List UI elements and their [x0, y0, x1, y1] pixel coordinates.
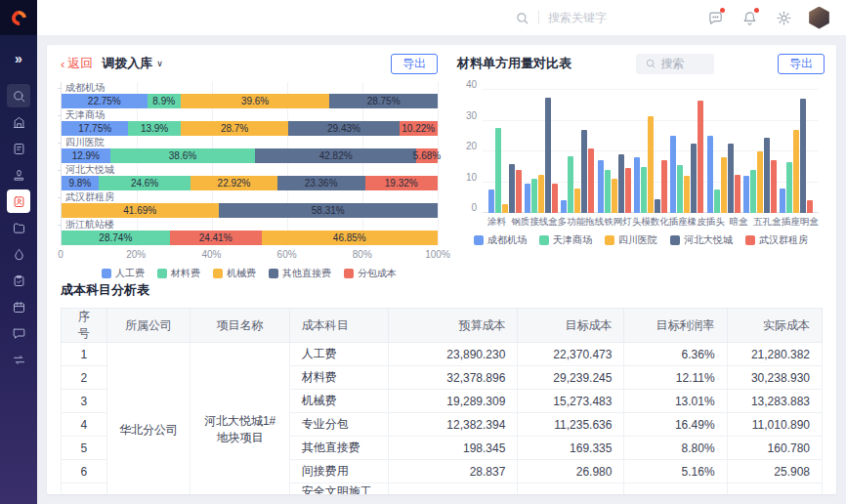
bar-四川医院[interactable]	[574, 189, 580, 213]
bar-天津商场[interactable]	[568, 156, 573, 213]
bar-segment-机械费[interactable]: 28.7%	[181, 121, 288, 136]
export-button-left[interactable]: 导出	[391, 54, 438, 74]
bar-segment-分包成本[interactable]: 24.41%	[170, 231, 262, 245]
bar-成都机场[interactable]	[598, 160, 604, 213]
global-search[interactable]	[515, 11, 642, 25]
bar-四川医院[interactable]	[538, 175, 544, 213]
notifications-button[interactable]	[740, 8, 759, 27]
bar-武汉群租房[interactable]	[807, 200, 813, 213]
global-search-input[interactable]	[548, 11, 642, 24]
legend-item-天津商场[interactable]: 天津商场	[539, 233, 592, 247]
bar-武汉群租房[interactable]	[625, 168, 631, 213]
bar-天津商场[interactable]	[531, 179, 537, 213]
bar-segment-机械费[interactable]: 22.92%	[190, 176, 276, 190]
bar-天津商场[interactable]	[641, 167, 647, 213]
bar-天津商场[interactable]	[786, 162, 792, 213]
bar-segment-人工费[interactable]: 12.9%	[62, 148, 110, 163]
bar-河北大悦城[interactable]	[618, 154, 624, 213]
bar-武汉群租房[interactable]	[552, 184, 558, 213]
chart-search[interactable]	[636, 54, 714, 74]
bar-四川医院[interactable]	[502, 204, 508, 213]
bar-河北大悦城[interactable]	[800, 99, 806, 213]
bar-segment-材料费[interactable]: 8.9%	[148, 94, 181, 108]
messages-button[interactable]	[705, 8, 725, 27]
bar-河北大悦城[interactable]	[545, 98, 551, 213]
bar-成都机场[interactable]	[634, 157, 640, 213]
bar-segment-其他直接费[interactable]: 29.43%	[288, 121, 399, 136]
user-avatar[interactable]	[808, 7, 830, 29]
app-logo[interactable]	[0, 0, 37, 35]
settings-button[interactable]	[774, 8, 793, 27]
sidebar-item-droplet[interactable]	[7, 242, 30, 266]
bar-segment-人工费[interactable]: 22.75%	[62, 94, 148, 108]
bar-segment-其他直接费[interactable]: 23.36%	[277, 176, 365, 190]
bar-segment-材料费[interactable]: 28.74%	[62, 231, 170, 245]
sidebar-item-calendar[interactable]	[7, 295, 30, 318]
legend-item-武汉群租房[interactable]: 武汉群租房	[745, 233, 808, 247]
bar-segment-机械费[interactable]: 41.69%	[62, 203, 219, 218]
back-button[interactable]: ‹ 返回	[61, 55, 93, 72]
sidebar-item-clipboard[interactable]	[7, 269, 30, 292]
bar-四川医院[interactable]	[648, 116, 654, 213]
bar-武汉群租房[interactable]	[735, 175, 740, 213]
sidebar-item-stamp[interactable]	[7, 163, 30, 187]
bar-天津商场[interactable]	[495, 128, 501, 213]
bar-四川医院[interactable]	[757, 151, 763, 213]
sidebar-item-building[interactable]	[7, 110, 30, 134]
sidebar-item-chat[interactable]	[7, 321, 30, 345]
sidebar-item-document[interactable]	[7, 137, 30, 160]
bar-segment-其他直接费[interactable]: 42.82%	[255, 148, 416, 163]
bar-四川医院[interactable]	[684, 176, 690, 213]
bar-segment-分包成本[interactable]: 10.22%	[400, 121, 438, 136]
page-title-dropdown[interactable]: 调拨入库	[102, 55, 152, 72]
sidebar-item-search[interactable]	[7, 84, 30, 107]
bar-segment-人工费[interactable]: 9.8%	[62, 176, 99, 190]
bar-成都机场[interactable]	[743, 176, 749, 213]
bar-河北大悦城[interactable]	[691, 144, 697, 213]
legend-item-四川医院[interactable]: 四川医院	[605, 233, 657, 247]
bar-河北大悦城[interactable]	[728, 144, 734, 213]
chevron-down-icon[interactable]: ∨	[156, 59, 163, 68]
bar-segment-分包成本[interactable]: 5.68%	[416, 148, 438, 163]
sidebar-item-folder[interactable]	[7, 216, 30, 239]
bar-成都机场[interactable]	[707, 136, 713, 213]
bar-segment-人工费[interactable]: 17.75%	[62, 121, 128, 136]
export-button-right[interactable]: 导出	[778, 54, 825, 74]
bar-河北大悦城[interactable]	[581, 130, 587, 213]
bar-河北大悦城[interactable]	[764, 138, 770, 213]
bar-河北大悦城[interactable]	[655, 199, 660, 213]
chart-search-input[interactable]	[661, 57, 705, 70]
bar-segment-机械费[interactable]: 39.6%	[181, 94, 329, 108]
sidebar-item-collapse[interactable]: »	[7, 47, 30, 70]
sidebar-item-badge[interactable]	[7, 189, 30, 213]
bar-天津商场[interactable]	[750, 170, 756, 213]
bar-天津商场[interactable]	[714, 189, 720, 213]
bar-天津商场[interactable]	[605, 170, 611, 213]
bar-segment-其他直接费[interactable]: 28.75%	[329, 94, 438, 108]
bar-四川医院[interactable]	[612, 179, 617, 213]
bar-成都机场[interactable]	[488, 189, 494, 213]
bar-segment-机械费[interactable]: 46.85%	[262, 231, 438, 245]
bar-武汉群租房[interactable]	[661, 160, 667, 213]
legend-item-成都机场[interactable]: 成都机场	[474, 233, 527, 247]
bar-武汉群租房[interactable]	[588, 148, 594, 213]
bar-河北大悦城[interactable]	[509, 164, 515, 213]
bar-segment-材料费[interactable]: 13.9%	[128, 121, 181, 136]
bar-武汉群租房[interactable]	[516, 170, 522, 213]
bar-武汉群租房[interactable]	[698, 101, 703, 213]
legend-item-河北大悦城[interactable]: 河北大悦城	[670, 233, 733, 247]
bar-成都机场[interactable]	[780, 189, 785, 213]
bar-segment-材料费[interactable]: 38.6%	[110, 148, 256, 163]
bar-天津商场[interactable]	[677, 165, 683, 213]
bar-成都机场[interactable]	[670, 136, 676, 213]
bar-武汉群租房[interactable]	[771, 160, 777, 213]
bar-segment-材料费[interactable]: 24.6%	[99, 176, 191, 190]
bar-成都机场[interactable]	[561, 200, 567, 213]
bar-segment-分包成本[interactable]: 19.32%	[365, 176, 438, 190]
bar-四川医院[interactable]	[793, 130, 799, 213]
stacked-bar: 12.9%38.6%42.82%5.68%	[62, 148, 438, 163]
bar-segment-其他直接费[interactable]: 58.31%	[219, 203, 438, 218]
sidebar-item-workflow[interactable]	[7, 348, 30, 371]
bar-成都机场[interactable]	[525, 184, 530, 213]
bar-四川医院[interactable]	[721, 157, 727, 213]
